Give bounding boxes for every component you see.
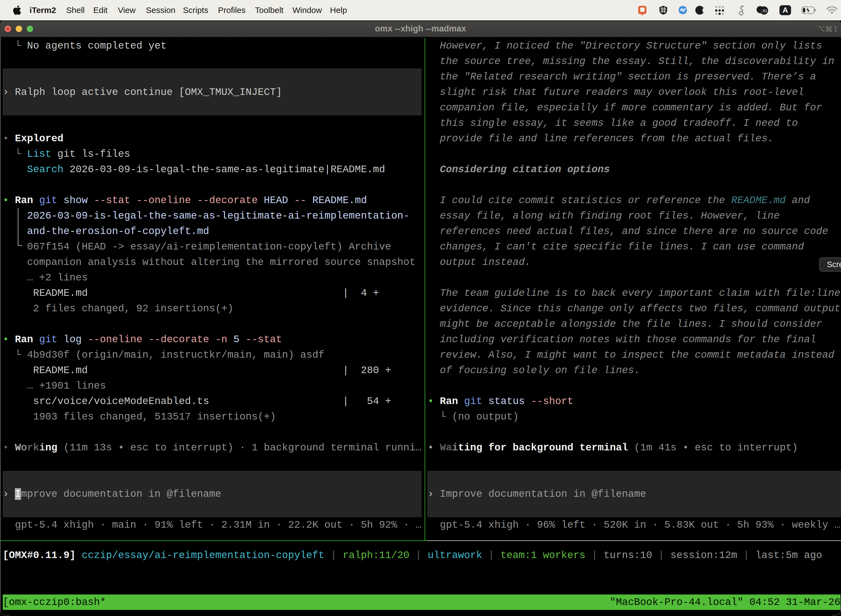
svg-text:..61: ..61: [761, 9, 767, 13]
svg-text:1: 1: [834, 26, 837, 32]
